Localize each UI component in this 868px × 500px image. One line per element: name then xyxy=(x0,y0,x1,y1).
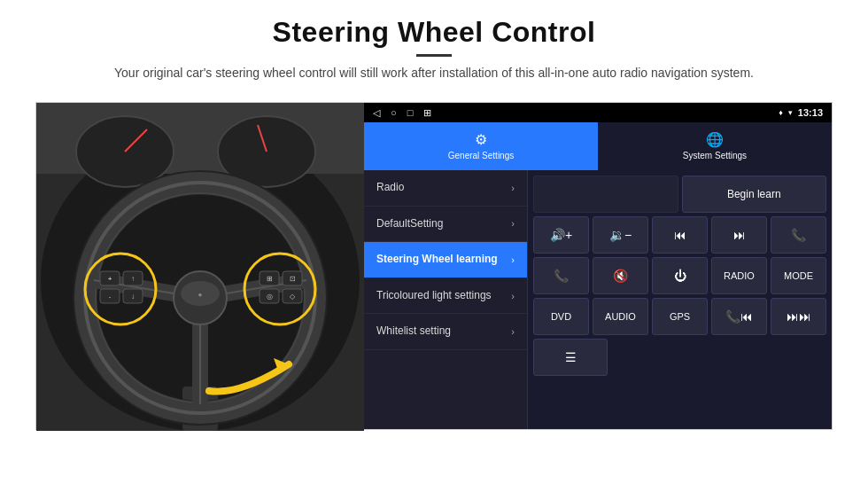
volume-down-icon: 🔉− xyxy=(609,228,632,242)
chevron-right-icon: › xyxy=(511,291,515,301)
status-bar-right: ♦ ▾ 13:13 xyxy=(779,107,823,118)
gps-status-icon: ♦ xyxy=(779,108,783,117)
prev-track-icon: ⏮ xyxy=(674,228,686,242)
right-panel: ◁ ○ □ ⊞ ♦ ▾ 13:13 ⚙ General Settings xyxy=(364,103,832,429)
page-title: Steering Wheel Control xyxy=(114,16,754,49)
page-subtitle: Your original car's steering wheel contr… xyxy=(114,64,754,82)
menu-item-whitelist[interactable]: Whitelist setting › xyxy=(364,314,527,350)
phone-prev-icon: 📞⏮ xyxy=(725,309,753,324)
recents-nav-icon[interactable]: □ xyxy=(407,107,414,118)
chevron-right-icon: › xyxy=(511,183,515,193)
audio-button[interactable]: AUDIO xyxy=(593,298,648,335)
svg-text:●: ● xyxy=(198,291,203,299)
left-panel: ● + - ↑ ↓ ⊞ ◎ xyxy=(36,103,364,431)
phone-button[interactable]: 📞 xyxy=(771,216,826,254)
svg-text:⊞: ⊞ xyxy=(267,275,273,283)
volume-up-icon: 🔊+ xyxy=(550,228,572,242)
control-panel: Begin learn 🔊+ 🔉− ⏮ xyxy=(528,170,832,429)
mute-icon: 🔇 xyxy=(613,269,628,283)
status-bar: ◁ ○ □ ⊞ ♦ ▾ 13:13 xyxy=(364,103,832,122)
mode-label: MODE xyxy=(784,270,813,281)
radio-button[interactable]: RADIO xyxy=(711,257,767,294)
main-content: Radio › DefaultSetting › Steering Wheel … xyxy=(364,170,832,429)
chevron-right-icon: › xyxy=(511,218,515,229)
control-row-3: 📞 🔇 ⏻ RADIO MODE xyxy=(533,257,826,294)
radio-label: RADIO xyxy=(724,270,755,281)
list-icon: ☰ xyxy=(565,350,577,364)
dvd-button[interactable]: DVD xyxy=(533,298,589,335)
svg-text:⊡: ⊡ xyxy=(290,275,296,283)
menu-item-steering-wheel[interactable]: Steering Wheel learning › xyxy=(364,242,527,278)
svg-text:↑: ↑ xyxy=(131,275,135,283)
mute-button[interactable]: 🔇 xyxy=(593,257,648,294)
menu-item-default-setting[interactable]: DefaultSetting › xyxy=(364,207,527,243)
back-nav-icon[interactable]: ◁ xyxy=(373,107,380,119)
clock-display: 13:13 xyxy=(798,107,823,118)
answer-icon: 📞 xyxy=(554,269,569,283)
list-button[interactable]: ☰ xyxy=(533,339,608,376)
svg-text:◇: ◇ xyxy=(290,293,296,301)
empty-button-1 xyxy=(533,176,678,213)
prev-track-button[interactable]: ⏮ xyxy=(652,216,708,254)
chevron-right-icon: › xyxy=(511,254,515,265)
skip-button[interactable]: ⏭⏭ xyxy=(771,298,826,335)
svg-text:+: + xyxy=(108,275,112,283)
home-nav-icon[interactable]: ○ xyxy=(391,107,397,118)
next-track-icon: ⏭ xyxy=(733,228,746,242)
content-area: ● + - ↑ ↓ ⊞ ◎ xyxy=(35,102,833,430)
volume-down-button[interactable]: 🔉− xyxy=(593,216,648,254)
title-section: Steering Wheel Control Your original car… xyxy=(114,16,754,95)
begin-learn-button[interactable]: Begin learn xyxy=(682,176,827,213)
audio-label: AUDIO xyxy=(605,311,636,322)
control-row-2: 🔊+ 🔉− ⏮ ⏭ 📞 xyxy=(533,216,826,254)
control-row-1: Begin learn xyxy=(533,176,826,213)
svg-text:↓: ↓ xyxy=(131,293,135,301)
status-bar-left: ◁ ○ □ ⊞ xyxy=(373,107,431,119)
title-divider xyxy=(416,54,452,57)
skip-icon: ⏭⏭ xyxy=(787,309,811,324)
answer-call-button[interactable]: 📞 xyxy=(533,257,589,294)
gps-button[interactable]: GPS xyxy=(652,298,708,335)
power-icon: ⏻ xyxy=(674,269,686,283)
general-settings-icon: ⚙ xyxy=(475,131,487,148)
volume-up-button[interactable]: 🔊+ xyxy=(533,216,589,254)
page-container: Steering Wheel Control Your original car… xyxy=(0,0,868,500)
chevron-right-icon: › xyxy=(511,326,515,337)
mode-button[interactable]: MODE xyxy=(771,257,826,294)
grid-nav-icon[interactable]: ⊞ xyxy=(423,107,431,119)
svg-text:-: - xyxy=(109,293,112,301)
control-row-5: ☰ xyxy=(533,339,826,376)
gps-label: GPS xyxy=(670,311,690,322)
tab-bar: ⚙ General Settings 🌐 System Settings xyxy=(364,122,832,170)
svg-text:◎: ◎ xyxy=(267,293,273,301)
begin-learn-label: Begin learn xyxy=(727,188,781,200)
phone-prev-button[interactable]: 📞⏮ xyxy=(711,298,767,335)
control-row-4: DVD AUDIO GPS 📞⏮ ⏭⏭ xyxy=(533,298,826,335)
wifi-status-icon: ▾ xyxy=(788,108,793,117)
tab-system-settings[interactable]: 🌐 System Settings xyxy=(598,122,832,170)
menu-item-radio[interactable]: Radio › xyxy=(364,170,527,207)
dvd-label: DVD xyxy=(551,311,571,322)
phone-icon: 📞 xyxy=(791,228,806,242)
next-track-button[interactable]: ⏭ xyxy=(711,216,767,254)
system-settings-label: System Settings xyxy=(683,151,747,160)
general-settings-label: General Settings xyxy=(448,151,515,160)
tab-general-settings[interactable]: ⚙ General Settings xyxy=(364,122,598,170)
system-settings-icon: 🌐 xyxy=(706,131,724,148)
steering-wheel-image: ● + - ↑ ↓ ⊞ ◎ xyxy=(36,103,364,431)
power-button[interactable]: ⏻ xyxy=(652,257,708,294)
menu-item-tricoloured[interactable]: Tricoloured light settings › xyxy=(364,278,527,315)
menu-list: Radio › DefaultSetting › Steering Wheel … xyxy=(364,170,528,429)
